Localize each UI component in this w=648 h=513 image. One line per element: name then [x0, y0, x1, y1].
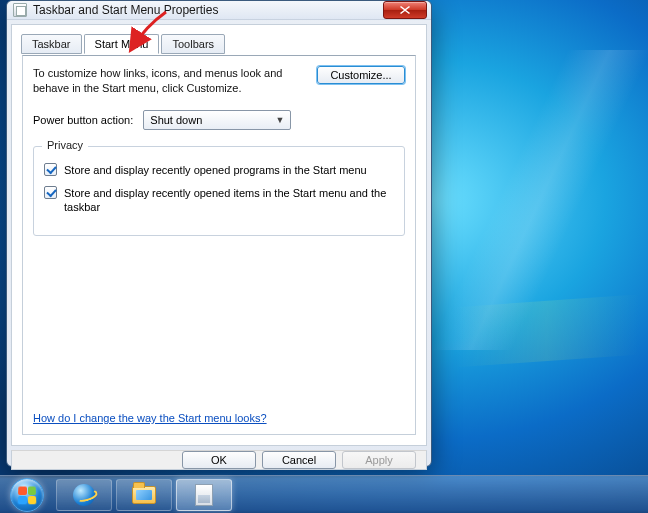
- power-action-value: Shut down: [150, 114, 202, 126]
- taskbar-startmenu-properties-dialog: Taskbar and Start Menu Properties Taskba…: [6, 0, 432, 467]
- close-button[interactable]: [383, 1, 427, 19]
- tab-strip: Taskbar Start Menu Toolbars: [21, 33, 416, 55]
- desktop: Taskbar and Start Menu Properties Taskba…: [0, 0, 648, 513]
- checkbox-icon[interactable]: [44, 163, 57, 176]
- customize-button[interactable]: Customize...: [317, 66, 405, 84]
- start-orb-icon: [10, 478, 44, 512]
- customize-description: To customize how links, icons, and menus…: [33, 66, 307, 96]
- tab-toolbars[interactable]: Toolbars: [161, 34, 225, 54]
- taskbar[interactable]: [0, 475, 648, 513]
- dialog-body: Taskbar Start Menu Toolbars To customize…: [11, 24, 427, 446]
- tab-taskbar[interactable]: Taskbar: [21, 34, 82, 54]
- cancel-button[interactable]: Cancel: [262, 451, 336, 469]
- privacy-programs-label: Store and display recently opened progra…: [64, 163, 367, 178]
- start-button[interactable]: [2, 477, 52, 513]
- dialog-footer: OK Cancel Apply: [11, 450, 427, 470]
- tab-start-menu[interactable]: Start Menu: [84, 34, 160, 54]
- privacy-legend: Privacy: [42, 139, 88, 151]
- apply-button[interactable]: Apply: [342, 451, 416, 469]
- privacy-groupbox: Privacy Store and display recently opene…: [33, 146, 405, 237]
- window-icon: [13, 3, 27, 17]
- privacy-items-label: Store and display recently opened items …: [64, 186, 394, 216]
- internet-explorer-icon: [73, 484, 95, 506]
- titlebar[interactable]: Taskbar and Start Menu Properties: [7, 1, 431, 20]
- taskbar-item-internet-explorer[interactable]: [56, 479, 112, 511]
- close-icon: [400, 6, 410, 14]
- properties-window-icon: [195, 484, 213, 506]
- chevron-down-icon: ▼: [275, 115, 284, 125]
- ok-button[interactable]: OK: [182, 451, 256, 469]
- tab-panel-start-menu: To customize how links, icons, and menus…: [22, 55, 416, 435]
- help-link-start-menu-looks[interactable]: How do I change the way the Start menu l…: [33, 412, 267, 424]
- window-title: Taskbar and Start Menu Properties: [33, 3, 383, 17]
- privacy-option-programs[interactable]: Store and display recently opened progra…: [44, 163, 394, 178]
- power-action-select[interactable]: Shut down ▼: [143, 110, 291, 130]
- folder-icon: [132, 486, 156, 504]
- privacy-option-items[interactable]: Store and display recently opened items …: [44, 186, 394, 216]
- taskbar-item-properties[interactable]: [176, 479, 232, 511]
- power-action-label: Power button action:: [33, 114, 133, 126]
- checkbox-icon[interactable]: [44, 186, 57, 199]
- taskbar-item-file-explorer[interactable]: [116, 479, 172, 511]
